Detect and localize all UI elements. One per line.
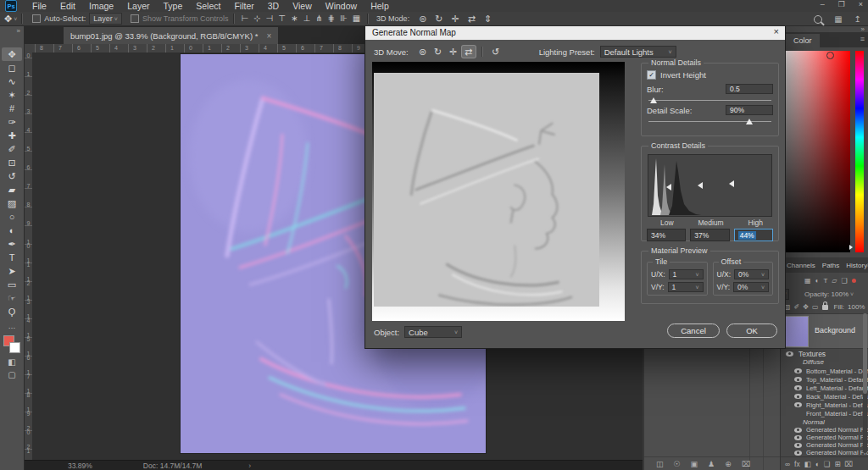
filter-smart-objects-icon[interactable]: ❑ [841, 277, 847, 285]
path-selection-tool[interactable]: ➤ [2, 264, 22, 278]
histogram[interactable] [648, 154, 772, 217]
panel-tab[interactable]: Channels [787, 262, 815, 269]
screen-mode-icon[interactable]: ▢ [0, 370, 24, 383]
menu-item[interactable]: 3D [261, 1, 286, 11]
lock-all-icon[interactable] [822, 305, 828, 310]
orbit-3d-icon[interactable]: ⊚ [416, 46, 430, 58]
adjustment-layer-icon[interactable]: ◐ [815, 460, 820, 468]
contrast-value-input[interactable]: 37% [690, 229, 729, 241]
move-tool[interactable]: ✥ [2, 47, 22, 61]
dock-panel-icon-1[interactable]: ◫ [656, 460, 664, 468]
panel-menu-icon[interactable]: ≡ [860, 35, 865, 43]
collapse-toolbar-icon[interactable]: » [17, 27, 20, 35]
status-arrow-icon[interactable]: › [248, 462, 251, 470]
dialog-title-bar[interactable]: Generate Normal Map × [365, 25, 785, 40]
zoom-level-field[interactable]: 33.89% [68, 462, 92, 470]
auto-select-checkbox[interactable] [32, 14, 41, 23]
layer-mask-icon[interactable]: ◧ [804, 460, 811, 468]
type-tool[interactable]: T [2, 251, 22, 264]
opacity-value[interactable]: 100% [832, 290, 849, 298]
hand-tool[interactable]: ☞ [2, 291, 22, 305]
normal-texture-row[interactable]: Generated Normal From ... [781, 449, 868, 456]
menu-item[interactable]: Image [82, 1, 120, 11]
filter-pixel-layers-icon[interactable]: ▦ [804, 277, 811, 285]
menu-item[interactable]: View [286, 1, 319, 11]
lock-artboard-icon[interactable]: ▭ [812, 303, 819, 311]
texture-layer-row[interactable]: Right_Material - Default ... [781, 401, 868, 409]
lock-image-pixels-icon[interactable]: ✐ [794, 303, 800, 311]
history-brush-tool[interactable]: ↺ [2, 169, 22, 183]
zoom-tool[interactable]: Ϙ [2, 305, 22, 318]
align-horizontal-centers-icon[interactable]: ⊹ [251, 14, 263, 23]
texture-layer-row[interactable]: Top_Material - Default T... [781, 375, 868, 384]
quick-mask-icon[interactable]: ◧ [0, 357, 24, 370]
share-icon[interactable]: ↥ [854, 14, 861, 24]
eraser-tool[interactable]: ▰ [2, 183, 22, 196]
align-right-edges-icon[interactable]: ⊣ [264, 14, 276, 23]
quick-selection-tool[interactable]: ✶ [2, 88, 22, 102]
distribute-centers-icon[interactable]: ⋕ [326, 14, 337, 23]
offset-value-dropdown[interactable]: 0% ˅ [734, 269, 769, 279]
marquee-tool[interactable]: ◻ [2, 61, 22, 75]
3d-preview-viewport[interactable] [372, 62, 625, 321]
align-vertical-centers-icon[interactable]: ∗ [288, 14, 300, 23]
texture-layer-row[interactable]: Front_Material - Default ... [781, 409, 868, 417]
roll-3d-icon[interactable]: ↻ [431, 46, 445, 58]
dialog-close-icon[interactable]: × [774, 26, 779, 36]
orbit-3d-camera-icon[interactable]: ⊚ [415, 14, 431, 24]
texture-layer-row[interactable]: Left_Material - Default T... [781, 384, 868, 392]
show-transform-checkbox[interactable] [131, 14, 139, 23]
contrast-value-input[interactable]: 44% [734, 229, 773, 241]
menu-item[interactable]: Edit [53, 1, 82, 11]
visibility-eye-icon[interactable] [794, 402, 802, 407]
zoom-3d-camera-icon[interactable]: ⇕ [480, 14, 496, 24]
gradient-tool[interactable]: ▨ [2, 196, 22, 210]
layer-row-background[interactable]: Background [781, 313, 868, 349]
dock-panel-icon-6[interactable]: ⌧ [742, 460, 750, 468]
invert-height-checkbox[interactable]: ✓ [647, 70, 656, 80]
healing-brush-tool[interactable]: ✚ [2, 129, 22, 142]
close-button[interactable]: × [859, 0, 863, 8]
visibility-eye-icon[interactable] [794, 435, 802, 440]
slide-3d-icon[interactable]: ⇄ [462, 46, 476, 58]
pan-3d-icon[interactable]: ✛ [447, 46, 460, 58]
crop-tool[interactable]: # [2, 102, 22, 115]
blur-slider[interactable] [648, 97, 771, 103]
tab-close-icon[interactable]: × [266, 31, 271, 41]
document-tab[interactable]: bump01.jpg @ 33.9% (Background, RGB/8/CM… [64, 27, 278, 44]
ok-button[interactable]: OK [726, 323, 777, 338]
layer-effects-icon[interactable]: fx [794, 460, 800, 468]
visibility-eye-icon[interactable] [794, 394, 802, 399]
normal-texture-row[interactable]: Generated Normal From ... [781, 434, 868, 441]
workspace-icon[interactable]: ▦ [834, 14, 842, 24]
align-bottom-edges-icon[interactable]: ⊥ [300, 14, 313, 23]
lasso-tool[interactable]: ∿ [2, 75, 22, 88]
normal-texture-row[interactable]: Generated Normal From ... [781, 441, 868, 449]
filter-type-layers-icon[interactable]: T [823, 277, 827, 285]
auto-select-dropdown[interactable]: Layer ˅ [89, 13, 122, 25]
menu-item[interactable]: Layer [120, 1, 156, 11]
blur-input[interactable]: 0.5 [726, 84, 773, 94]
lock-position-icon[interactable]: ✥ [803, 303, 809, 311]
dock-panel-icon-2[interactable]: ☉ [674, 460, 681, 468]
align-left-edges-icon[interactable]: ⊢ [239, 14, 252, 23]
layer-thumbnail[interactable] [785, 316, 809, 347]
color-gradient-field[interactable] [784, 51, 850, 252]
pan-3d-camera-icon[interactable]: ✛ [448, 14, 464, 24]
distribute-right-edges-icon[interactable]: ⊪ [337, 14, 350, 23]
contrast-value-input[interactable]: 34% [647, 229, 686, 241]
layer-group-icon[interactable]: ❏ [824, 460, 831, 468]
new-layer-icon[interactable]: ⊞ [834, 460, 840, 468]
eyedropper-tool[interactable]: ✑ [2, 115, 22, 129]
detail-scale-slider[interactable] [648, 119, 771, 124]
background-color-swatch[interactable] [9, 342, 20, 353]
menu-item[interactable]: File [25, 1, 53, 11]
visibility-eye-icon[interactable] [794, 451, 802, 456]
search-icon[interactable] [814, 15, 822, 24]
visibility-eye-icon[interactable] [794, 385, 802, 390]
dock-panel-icon-4[interactable]: ♟ [708, 460, 715, 468]
color-picker-marker[interactable] [826, 52, 834, 59]
fill-value[interactable]: 100% [848, 303, 865, 311]
roll-3d-camera-icon[interactable]: ↻ [431, 14, 447, 24]
restore-button[interactable]: ❐ [838, 0, 845, 8]
